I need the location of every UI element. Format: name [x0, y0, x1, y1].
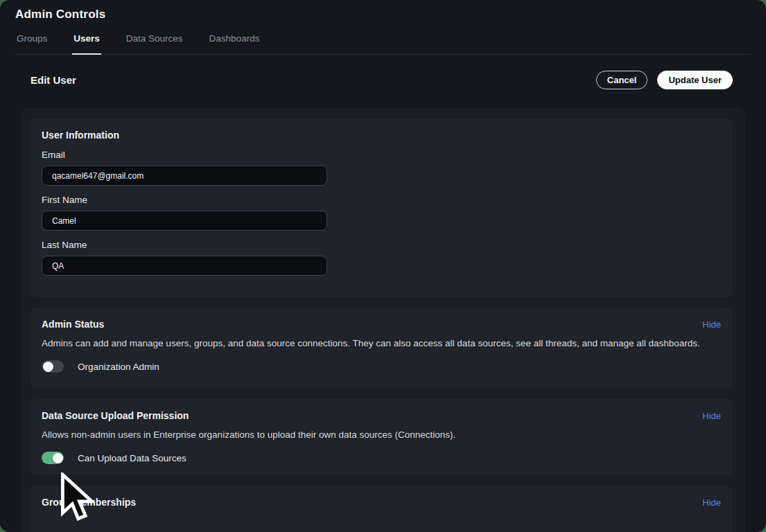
organization-admin-toggle[interactable]	[42, 360, 64, 373]
group-memberships-hide-link[interactable]: Hide	[702, 497, 721, 508]
email-field-group: Email	[42, 150, 721, 186]
group-memberships-section: Group Memberships Hide	[31, 486, 732, 532]
last-name-field-group: Last Name	[42, 240, 721, 276]
admin-controls-window: Admin Controls Groups Users Data Sources…	[0, 0, 766, 532]
tabbar: Groups Users Data Sources Dashboards	[15, 32, 751, 55]
first-name-field[interactable]	[42, 211, 327, 231]
cancel-button[interactable]: Cancel	[596, 71, 648, 89]
can-upload-data-sources-toggle[interactable]	[42, 452, 64, 464]
user-information-title: User Information	[42, 130, 721, 141]
toolbar-actions: Cancel Update User	[596, 71, 733, 89]
toggle-knob	[43, 362, 53, 372]
edit-user-title: Edit User	[31, 74, 76, 86]
group-memberships-title: Group Memberships	[42, 497, 136, 508]
tab-users[interactable]: Users	[72, 32, 101, 55]
upload-permission-title: Data Source Upload Permission	[42, 410, 189, 421]
page-title: Admin Controls	[15, 7, 766, 21]
group-memberships-header: Group Memberships Hide	[42, 497, 721, 508]
edit-user-toolbar: Edit User Cancel Update User	[0, 55, 766, 89]
organization-admin-toggle-row: Organization Admin	[42, 360, 721, 373]
last-name-field[interactable]	[42, 256, 327, 276]
admin-status-header: Admin Status Hide	[42, 319, 721, 330]
email-label: Email	[42, 150, 721, 160]
edit-user-form-card: User Information Email First Name Last N…	[21, 108, 745, 532]
update-user-button[interactable]: Update User	[657, 71, 733, 89]
tab-groups[interactable]: Groups	[15, 32, 49, 54]
first-name-field-group: First Name	[42, 195, 721, 231]
can-upload-toggle-row: Can Upload Data Sources	[42, 452, 721, 464]
upload-permission-section: Data Source Upload Permission Hide Allow…	[31, 399, 732, 475]
organization-admin-label: Organization Admin	[78, 362, 159, 372]
admin-status-title: Admin Status	[42, 319, 104, 330]
app-header: Admin Controls	[0, 0, 766, 21]
user-information-section: User Information Email First Name Last N…	[31, 118, 732, 297]
admin-status-section: Admin Status Hide Admins can add and man…	[31, 308, 732, 389]
email-field[interactable]	[42, 166, 327, 186]
admin-status-hide-link[interactable]: Hide	[702, 319, 721, 330]
tab-dashboards[interactable]: Dashboards	[208, 32, 261, 54]
can-upload-data-sources-label: Can Upload Data Sources	[78, 453, 186, 463]
toggle-knob	[53, 453, 63, 463]
admin-status-description: Admins can add and manage users, groups,…	[42, 338, 721, 349]
first-name-label: First Name	[42, 195, 721, 205]
upload-permission-description: Allows non-admin users in Enterprise org…	[42, 429, 721, 441]
tab-data-sources[interactable]: Data Sources	[125, 32, 184, 54]
last-name-label: Last Name	[42, 240, 721, 250]
upload-permission-header: Data Source Upload Permission Hide	[42, 410, 721, 421]
upload-permission-hide-link[interactable]: Hide	[702, 411, 721, 421]
